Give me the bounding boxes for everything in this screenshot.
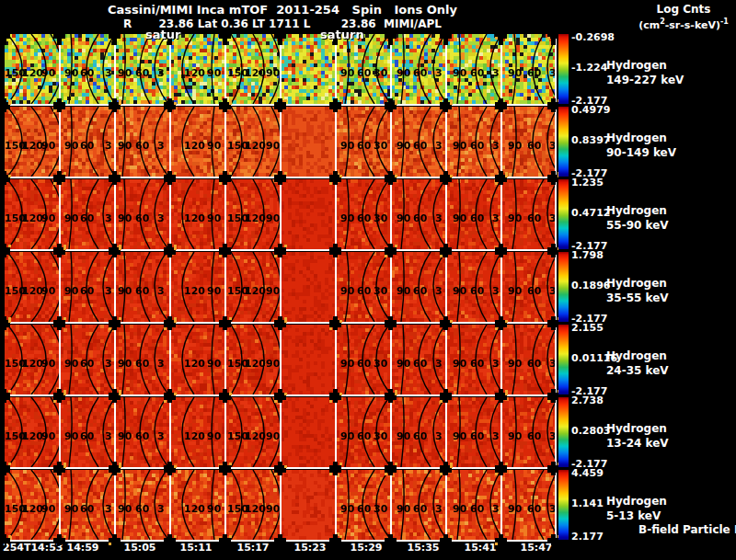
scale-bottom-label: 2.177 bbox=[571, 531, 604, 543]
saturn-label: saturn bbox=[320, 28, 364, 41]
scale-mid-label: 0.2803 bbox=[571, 425, 610, 437]
row-species-label: Hydrogen 55-90 keV bbox=[606, 203, 669, 233]
row-colorbar bbox=[558, 397, 569, 467]
scale-top-label: 4.459 bbox=[571, 467, 604, 479]
row-species-label: Hydrogen 90-149 keV bbox=[606, 131, 676, 160]
row-colorbar bbox=[558, 179, 569, 249]
row-legend: 1.235 0.4712 -2.177 Hydrogen 55-90 keV bbox=[558, 179, 736, 251]
scale-mid-label: 0.1896 bbox=[571, 280, 610, 291]
scale-mid-label: 0.8397 bbox=[571, 134, 610, 146]
page-subtitle: R 23.86 Lat 0.36 LT 1711 L 23.86 MIMI/AP… bbox=[0, 17, 565, 30]
bfield-particle-flow-label: B-field Particle Flow bbox=[638, 523, 736, 536]
saturn-label: satur bbox=[145, 28, 180, 41]
units-line2: (cm2-sr-s-keV)-1 bbox=[631, 16, 736, 31]
scale-top-label: 1.235 bbox=[571, 177, 604, 189]
row-species-label: Hydrogen 149-227 keV bbox=[606, 58, 684, 87]
row-legend: 2.155 0.01116 -2.177 Hydrogen 24-35 keV bbox=[558, 325, 736, 396]
row-colorbar bbox=[558, 470, 569, 540]
row-species-label: Hydrogen 5-13 keV bbox=[606, 494, 667, 523]
scale-top-label: 0.4979 bbox=[571, 104, 610, 116]
scale-mid-label: -1.224 bbox=[571, 62, 607, 74]
row-legend: -0.2698 -1.224 -2.177 Hydrogen 149-227 k… bbox=[558, 34, 736, 106]
scale-top-label: -0.2698 bbox=[571, 31, 615, 43]
scale-top-label: 2.738 bbox=[571, 394, 604, 406]
row-legend: 4.459 1.141 2.177 Hydrogen 5-13 keV B-fi… bbox=[558, 470, 736, 542]
row-colorbar bbox=[558, 325, 569, 394]
row-legend: 1.798 0.1896 -2.177 Hydrogen 35-55 keV bbox=[558, 252, 736, 324]
row-species-label: Hydrogen 35-55 keV bbox=[606, 276, 669, 305]
row-legend: 2.738 0.2803 -2.177 Hydrogen 13-24 keV bbox=[558, 397, 736, 469]
cassini-mimi-spectrogram-screen: Cassini/MIMI Inca mTOF 2011-254 Spin Ion… bbox=[0, 0, 736, 560]
scale-mid-label: 0.4712 bbox=[571, 207, 610, 219]
row-species-label: Hydrogen 24-35 keV bbox=[606, 349, 669, 378]
row-colorbar bbox=[558, 107, 569, 177]
row-colorbar bbox=[558, 34, 569, 104]
scale-top-label: 1.798 bbox=[571, 249, 604, 261]
units-line1: Log Cnts bbox=[631, 4, 736, 16]
row-species-label: Hydrogen 13-24 keV bbox=[606, 421, 669, 451]
spectrogram-canvas bbox=[5, 34, 558, 545]
scale-mid-label: 1.141 bbox=[571, 497, 604, 509]
row-legend: 0.4979 0.8397 -2.177 Hydrogen 90-149 keV bbox=[558, 107, 736, 178]
scale-top-label: 2.155 bbox=[571, 322, 604, 334]
row-colorbar bbox=[558, 252, 569, 322]
page-title: Cassini/MIMI Inca mTOF 2011-254 Spin Ion… bbox=[0, 3, 565, 17]
colorbar-units-label: Log Cnts (cm2-sr-s-keV)-1 bbox=[631, 4, 736, 31]
